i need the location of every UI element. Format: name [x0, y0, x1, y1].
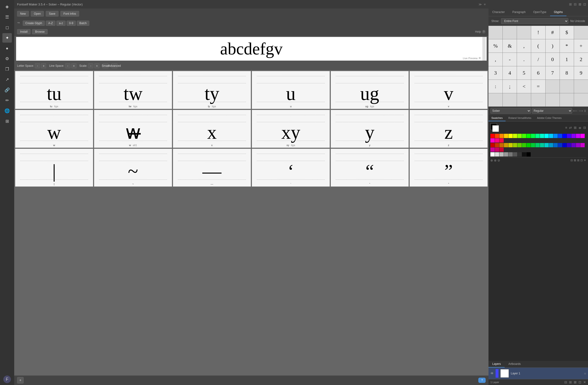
- browse-button[interactable]: Browse: [32, 29, 48, 34]
- glyphs-panel-cell[interactable]: [488, 93, 503, 106]
- glyphs-panel-cell[interactable]: 2: [574, 53, 588, 66]
- scale-minus[interactable]: -: [88, 63, 93, 68]
- az-lower-button[interactable]: a-z: [56, 20, 66, 26]
- glyphs-panel-cell[interactable]: =: [531, 80, 545, 93]
- smart-button[interactable]: Smart: [102, 63, 108, 68]
- glyph-cell[interactable]: uu: [252, 71, 330, 109]
- tool-badge[interactable]: F: [3, 376, 11, 383]
- glyphs-panel-cell[interactable]: [560, 93, 574, 106]
- swatch-icon-grid[interactable]: ⊟: [583, 126, 586, 129]
- color-swatch[interactable]: [571, 143, 576, 147]
- swatch-action-2[interactable]: ⊠: [574, 159, 576, 162]
- r-icon-4[interactable]: ⊡: [583, 2, 586, 6]
- color-swatch[interactable]: [495, 152, 499, 157]
- glyphs-panel-cell[interactable]: $: [560, 26, 574, 39]
- glyphs-panel-cell[interactable]: [517, 26, 531, 39]
- glyphs-panel-cell[interactable]: &: [503, 39, 517, 53]
- glyphs-panel-cell[interactable]: [546, 80, 560, 93]
- color-swatch[interactable]: [545, 134, 549, 138]
- color-swatch[interactable]: [535, 143, 540, 147]
- color-swatch[interactable]: [504, 143, 508, 147]
- glyph-cell[interactable]: xx: [173, 110, 251, 148]
- glyphs-panel-cell[interactable]: ;: [503, 80, 517, 93]
- glyphs-panel-cell[interactable]: !: [531, 26, 545, 39]
- stab-swatches[interactable]: Swatches: [488, 115, 505, 121]
- color-swatch[interactable]: [545, 143, 549, 147]
- glyph-cell[interactable]: tytyliga: [173, 71, 251, 109]
- color-swatch[interactable]: [553, 134, 558, 138]
- layer-action-3[interactable]: ⊠: [574, 380, 577, 384]
- glyphs-panel-cell[interactable]: [574, 26, 588, 39]
- tab-paragraph[interactable]: Paragraph: [509, 9, 529, 16]
- color-swatch[interactable]: [508, 143, 513, 147]
- nums-button[interactable]: 0-9: [66, 20, 76, 26]
- color-swatch[interactable]: [526, 134, 531, 138]
- glyphs-panel-cell[interactable]: [574, 93, 588, 106]
- glyphs-panel-cell[interactable]: ,: [488, 53, 503, 66]
- color-swatch[interactable]: [517, 152, 522, 157]
- color-swatch[interactable]: [499, 147, 504, 152]
- swatch-tool-1[interactable]: ⊕: [490, 159, 493, 162]
- color-swatch[interactable]: [540, 143, 544, 147]
- color-swatch[interactable]: [540, 134, 544, 138]
- r-icon-1[interactable]: ⊞: [569, 2, 572, 6]
- color-swatch[interactable]: [495, 143, 499, 147]
- glyph-cell[interactable]: ||: [15, 149, 93, 187]
- color-swatch[interactable]: [549, 134, 553, 138]
- color-swatch[interactable]: [526, 152, 531, 157]
- swatch-icon-4[interactable]: ≣: [579, 126, 581, 129]
- color-swatch[interactable]: [562, 143, 567, 147]
- color-swatch[interactable]: [531, 134, 535, 138]
- tool-gear[interactable]: ⚙: [2, 54, 12, 63]
- swatch-action-4[interactable]: ⊡: [580, 159, 583, 162]
- line-space-plus[interactable]: +: [71, 63, 77, 68]
- open-button[interactable]: Open: [31, 11, 44, 17]
- glyphs-panel-cell[interactable]: [517, 93, 531, 106]
- glyphs-panel-cell[interactable]: 9: [574, 66, 588, 80]
- glyph-cell[interactable]: ””: [410, 149, 487, 187]
- glyph-cell[interactable]: vv: [410, 71, 487, 109]
- tool-view[interactable]: ◻: [2, 23, 12, 32]
- color-swatch[interactable]: [490, 143, 495, 147]
- color-swatch[interactable]: [499, 138, 504, 142]
- color-swatch[interactable]: [517, 134, 522, 138]
- color-swatch[interactable]: [553, 143, 558, 147]
- glyphs-panel-cell[interactable]: 5: [517, 66, 531, 80]
- tool-copy[interactable]: ❐: [2, 64, 12, 74]
- save-button[interactable]: Save: [46, 11, 58, 17]
- layer-action-1[interactable]: ⊟: [564, 380, 567, 384]
- color-swatch[interactable]: [513, 143, 517, 147]
- advanced-button[interactable]: Advanced: [111, 63, 118, 68]
- glyphs-panel-cell[interactable]: <: [517, 80, 531, 93]
- tool-brush[interactable]: ✏: [2, 96, 12, 105]
- swatch-tool-2[interactable]: ⊗: [494, 159, 497, 162]
- color-swatch[interactable]: [513, 152, 517, 157]
- help-button[interactable]: Help ?: [475, 30, 486, 34]
- color-swatch[interactable]: [562, 134, 567, 138]
- title-menu[interactable]: ≡: [484, 3, 486, 6]
- color-swatch[interactable]: [522, 143, 526, 147]
- swatch-tool-3[interactable]: ⊘: [498, 159, 500, 162]
- glyph-cell[interactable]: ugugliga: [331, 71, 409, 109]
- glyphs-panel-cell[interactable]: [503, 26, 517, 39]
- add-glyph-icon[interactable]: +: [17, 377, 24, 384]
- glyphs-panel-cell[interactable]: [574, 80, 588, 93]
- line-space-minus[interactable]: -: [65, 63, 70, 68]
- color-swatch[interactable]: [558, 134, 562, 138]
- tool-select[interactable]: ◈: [2, 2, 12, 11]
- tool-link[interactable]: 🔗: [2, 85, 12, 95]
- color-swatch[interactable]: [558, 143, 562, 147]
- color-swatch[interactable]: [490, 138, 495, 142]
- color-swatch[interactable]: [504, 134, 508, 138]
- color-swatch[interactable]: [495, 134, 499, 138]
- glyphs-panel-cell[interactable]: [560, 80, 574, 93]
- tab-character[interactable]: Character: [488, 9, 509, 16]
- az-button[interactable]: A-Z: [46, 20, 55, 26]
- color-swatch[interactable]: [517, 143, 522, 147]
- glyphs-panel-cell[interactable]: [531, 93, 545, 106]
- glyphs-panel-cell[interactable]: +: [574, 39, 588, 53]
- glyph-cell[interactable]: w̶walt1: [94, 110, 172, 148]
- stab-roland[interactable]: Roland VersaWorks: [505, 115, 534, 121]
- glyph-cell[interactable]: ww: [15, 110, 93, 148]
- color-swatch[interactable]: [576, 143, 580, 147]
